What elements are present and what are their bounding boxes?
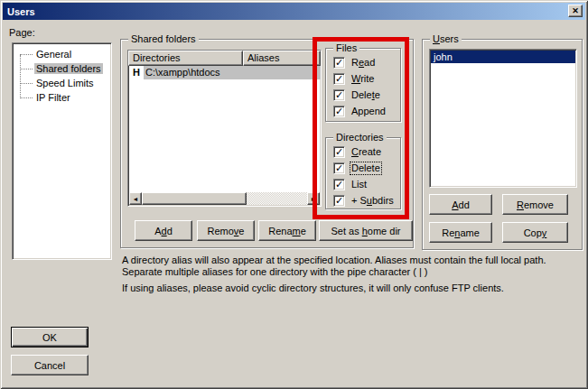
copy-user-button[interactable]: Copy [502, 222, 568, 243]
checked-checkbox-icon: ✓ [333, 73, 345, 85]
close-button[interactable]: ✕ [568, 5, 583, 17]
page-list[interactable]: General Shared folders Speed Limits IP F… [12, 42, 112, 260]
table-row[interactable]: H C:\xampp\htdocs [128, 66, 321, 79]
files-group-label: Files [333, 42, 359, 54]
directories-permissions-group: Directories ✓ Create ✓ Delete ✓ List ✓ +… [325, 137, 401, 209]
rename-directory-button[interactable]: Rename [258, 220, 316, 241]
page-item-ip-filter[interactable]: IP Filter [13, 91, 111, 106]
checked-checkbox-icon: ✓ [333, 195, 345, 207]
dirs-delete-checkbox[interactable]: ✓ Delete [333, 162, 381, 174]
alias-help-paragraph-1: A directory alias will also appear at th… [122, 255, 587, 278]
shared-folders-group-label: Shared folders [128, 33, 199, 45]
page-item-general[interactable]: General [13, 48, 111, 62]
page-label: Page: [9, 27, 35, 38]
scrollbar-thumb[interactable] [142, 192, 247, 205]
users-group-label: Users [430, 33, 462, 45]
remove-directory-button[interactable]: Remove [197, 220, 255, 241]
add-user-button[interactable]: Add [429, 194, 492, 215]
titlebar[interactable]: Users ✕ [3, 3, 585, 20]
directories-group-label: Directories [333, 132, 387, 144]
directory-path: C:\xampp\htdocs [144, 66, 321, 79]
checked-checkbox-icon: ✓ [333, 146, 345, 158]
files-read-checkbox[interactable]: ✓ Read [333, 56, 376, 69]
dirs-create-checkbox[interactable]: ✓ Create [333, 145, 382, 158]
page-item-label: IP Filter [34, 92, 72, 103]
arrow-left-icon: ◄ [133, 196, 139, 202]
users-dialog: Users ✕ Page: General Shared folders Spe… [0, 0, 588, 389]
checked-checkbox-icon: ✓ [333, 162, 345, 174]
files-permissions-group: Files ✓ Read ✓ Write ✓ Delete ✓ Append [325, 48, 401, 122]
tree-stub [20, 97, 33, 98]
dirs-list-checkbox[interactable]: ✓ List [333, 178, 368, 190]
page-item-label-selected: Shared folders [34, 63, 103, 74]
files-write-checkbox[interactable]: ✓ Write [333, 72, 375, 85]
page-item-label: Speed Limits [34, 78, 96, 88]
files-delete-checkbox[interactable]: ✓ Delete [333, 88, 381, 101]
tree-stub [20, 54, 33, 55]
remove-user-button[interactable]: Remove [502, 194, 568, 215]
tree-stub [20, 69, 33, 69]
checked-checkbox-icon: ✓ [333, 57, 345, 69]
rename-user-button[interactable]: Rename [429, 222, 492, 243]
checked-checkbox-icon: ✓ [333, 89, 345, 101]
page-item-label: General [34, 49, 73, 60]
checked-checkbox-icon: ✓ [333, 106, 345, 117]
window-title: Users [3, 6, 35, 17]
list-item-user-john[interactable]: john [431, 51, 575, 63]
dirs-subdirs-checkbox[interactable]: ✓ + Subdirs [333, 194, 395, 207]
set-as-home-dir-button[interactable]: Set as home dir [319, 220, 413, 241]
tree-stub [20, 83, 33, 84]
directories-listview[interactable]: Directories Aliases H C:\xampp\htdocs ◄ … [127, 50, 322, 207]
horizontal-scrollbar[interactable]: ◄ ► [129, 192, 320, 205]
users-group: Users john Add Remove Rename Copy [422, 39, 583, 250]
files-append-checkbox[interactable]: ✓ Append [333, 105, 387, 117]
arrow-right-icon: ► [311, 196, 317, 202]
checked-checkbox-icon: ✓ [333, 179, 345, 190]
column-header-aliases[interactable]: Aliases [243, 51, 321, 66]
ok-button[interactable]: OK [11, 327, 89, 347]
column-header-directories[interactable]: Directories [128, 51, 243, 66]
page-item-shared-folders[interactable]: Shared folders [13, 62, 111, 77]
alias-help-paragraph-2: If using aliases, please avoid cyclic di… [122, 282, 587, 294]
add-directory-button[interactable]: Add [135, 220, 192, 241]
listview-header: Directories Aliases [128, 51, 321, 66]
alias-help-text: A directory alias will also appear at th… [122, 255, 587, 299]
users-list[interactable]: john [429, 49, 577, 188]
home-marker: H [128, 66, 144, 79]
close-icon: ✕ [572, 7, 579, 15]
cancel-button[interactable]: Cancel [11, 355, 89, 375]
scroll-right-button[interactable]: ► [307, 192, 320, 205]
page-item-speed-limits[interactable]: Speed Limits [13, 77, 111, 91]
scroll-left-button[interactable]: ◄ [129, 192, 142, 205]
